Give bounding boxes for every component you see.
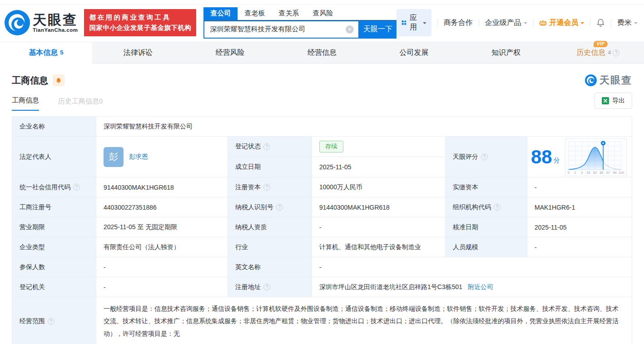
nav-divider: [590, 19, 590, 26]
staff-size-label: 人员规模: [446, 237, 527, 257]
app-grid-icon: [401, 19, 406, 26]
score-distribution-chart: 0 1 3 15 50 85 97 99 100: [565, 138, 627, 176]
vip-label: 开通会员: [549, 18, 578, 28]
search-input-wrap: ×: [203, 20, 359, 39]
business-scope-value: 一般经营项目是：信息技术咨询服务；通信设备销售；计算机软硬件及外围设备制造；通信…: [96, 297, 632, 344]
search-tab-boss[interactable]: 查老板: [238, 7, 272, 20]
establish-date-value: 2025-11-05: [312, 157, 446, 177]
crown-icon: [539, 20, 547, 26]
section-title: 工商信息: [12, 74, 48, 87]
score-label: 天眼评分?: [446, 137, 527, 177]
watermark-text: 天眼查: [599, 74, 632, 87]
svg-text:50: 50: [593, 171, 597, 174]
help-icon[interactable]: ?: [263, 143, 270, 150]
approval-date-label: 核准日期: [446, 217, 527, 237]
search-tab-company[interactable]: 查公司: [203, 7, 238, 20]
search-input[interactable]: [204, 21, 358, 38]
clear-icon[interactable]: ×: [346, 25, 354, 34]
bell-icon: [596, 18, 605, 27]
industry-value: 计算机、通信和其他电子设备制造业: [312, 237, 446, 257]
export-label: 导出: [612, 97, 625, 105]
svg-text:99: 99: [613, 171, 616, 174]
status-badge: 存续: [319, 141, 343, 152]
brand-domain: TianYanCha.com: [33, 27, 78, 33]
help-icon[interactable]: ?: [48, 318, 54, 325]
company-type-value: 有限责任公司（法人独资）: [96, 237, 228, 257]
top-hairline: [0, 4, 644, 5]
tianyancha-logo[interactable]: 天眼查 TianYanCha.com: [5, 10, 78, 35]
search-button[interactable]: 天眼一下: [359, 20, 396, 39]
chevron-down-icon: [580, 22, 584, 26]
staff-size-value: -: [527, 237, 632, 257]
nav-divider: [533, 19, 534, 26]
table-row: 统一社会信用代码? 91440300MAK1HGR618 注册资本? 10000…: [12, 177, 632, 197]
subtab-business-info[interactable]: 工商信息: [12, 96, 39, 111]
subtab-history-business-info[interactable]: 历史工商信息0: [58, 97, 103, 111]
notifications-button[interactable]: [596, 18, 605, 27]
svg-text:3: 3: [581, 171, 583, 174]
table-row: 法定代表人 彭 彭求恩 登记状态? 存续 天眼评分?: [12, 137, 632, 157]
nav-open-vip[interactable]: 开通会员: [539, 18, 584, 28]
registered-address-label: 注册地址?: [228, 277, 312, 297]
legal-rep-link[interactable]: 彭求恩: [129, 153, 148, 161]
help-icon[interactable]: ?: [73, 184, 80, 191]
registration-number-label: 工商注册号: [12, 197, 96, 217]
business-scope-label: 经营范围?: [12, 297, 96, 344]
nearby-companies-link[interactable]: 附近公司: [468, 283, 493, 290]
monitor-bell-button[interactable]: [53, 74, 64, 86]
apps-menu-button[interactable]: 应用: [396, 9, 431, 36]
registered-capital-label: 注册资本?: [228, 177, 312, 197]
org-code-label: 组织机构代码?: [446, 197, 527, 217]
paid-in-capital-value: -: [527, 177, 632, 197]
tianyancha-swirl-icon: [5, 10, 30, 35]
tianyancha-company-page: 天眼查 TianYanCha.com 都在用的商业查询工具 国家中小企业发展子基…: [0, 0, 644, 344]
tab-intellectual-property[interactable]: 知识产权: [460, 42, 552, 63]
legal-rep-label: 法定代表人: [12, 137, 96, 177]
tab-history-info[interactable]: VIP 历史信息 4 ?: [552, 42, 644, 63]
avatar[interactable]: 彭: [104, 147, 124, 167]
nav-enterprise-products[interactable]: 企业级产品: [485, 18, 527, 28]
registered-capital-value: 10000万人民币: [312, 177, 446, 197]
table-row: 工商注册号 440300227351886 纳税人识别号? 91440300MA…: [12, 197, 632, 217]
establish-date-label: 成立日期: [228, 157, 312, 177]
enterprise-label: 企业级产品: [485, 18, 521, 28]
help-icon[interactable]: ?: [613, 49, 619, 56]
credit-code-label: 统一社会信用代码?: [12, 177, 96, 197]
tab-company-development[interactable]: 公司发展: [368, 42, 460, 63]
bell-icon: [55, 77, 62, 84]
english-name-value: -: [312, 257, 632, 277]
table-row: 企业名称 深圳荣耀智慧科技开发有限公司: [12, 117, 632, 137]
nav-divider: [479, 19, 479, 26]
user-menu[interactable]: 费米: [617, 18, 638, 28]
help-icon[interactable]: ?: [481, 153, 488, 160]
help-icon[interactable]: ?: [263, 284, 270, 290]
search-tab-relation[interactable]: 查关系: [272, 7, 306, 20]
nav-cooperation[interactable]: 商务合作: [444, 18, 473, 28]
tab-operating-info[interactable]: 经营信息: [276, 42, 368, 63]
slogan-line1: 都在用的商业查询工具: [89, 12, 191, 23]
registration-number-value: 440300227351886: [96, 197, 228, 217]
table-row: 参保人数 - 英文名称 -: [12, 257, 632, 277]
chevron-down-icon: [634, 22, 638, 26]
svg-text:0: 0: [568, 171, 570, 174]
vip-badge: VIP: [594, 41, 608, 47]
tianyancha-watermark: 天眼查: [585, 74, 632, 87]
help-icon[interactable]: ?: [276, 204, 283, 211]
chevron-down-icon: [423, 22, 426, 26]
score-value-cell: 88 分: [527, 137, 632, 177]
tab-basic-info[interactable]: 基本信息 5: [0, 42, 92, 64]
org-code-value: MAK1HGR6-1: [527, 197, 632, 217]
business-info-table: 企业名称 深圳荣耀智慧科技开发有限公司 法定代表人 彭 彭求恩 登记状态?: [12, 116, 632, 344]
legal-rep-value: 彭 彭求恩: [96, 137, 228, 177]
export-button[interactable]: 导出: [594, 93, 632, 109]
search-block: 查公司 查老板 查关系 查风险 × 天眼一下: [203, 7, 396, 39]
tab-operational-risk[interactable]: 经营风险: [184, 42, 276, 63]
top-nav: 应用 商务合作 企业级产品 开通会员: [396, 9, 638, 36]
search-tab-risk[interactable]: 查风险: [306, 7, 340, 20]
table-row: 经营范围? 一般经营项目是：信息技术咨询服务；通信设备销售；计算机软硬件及外围设…: [12, 297, 632, 344]
registration-authority-value: -: [96, 277, 228, 297]
tab-legal-proceedings[interactable]: 法律诉讼: [92, 42, 184, 63]
help-icon[interactable]: ?: [263, 184, 270, 191]
brand-name: 天眼查: [33, 13, 78, 27]
help-icon[interactable]: ?: [494, 204, 500, 211]
